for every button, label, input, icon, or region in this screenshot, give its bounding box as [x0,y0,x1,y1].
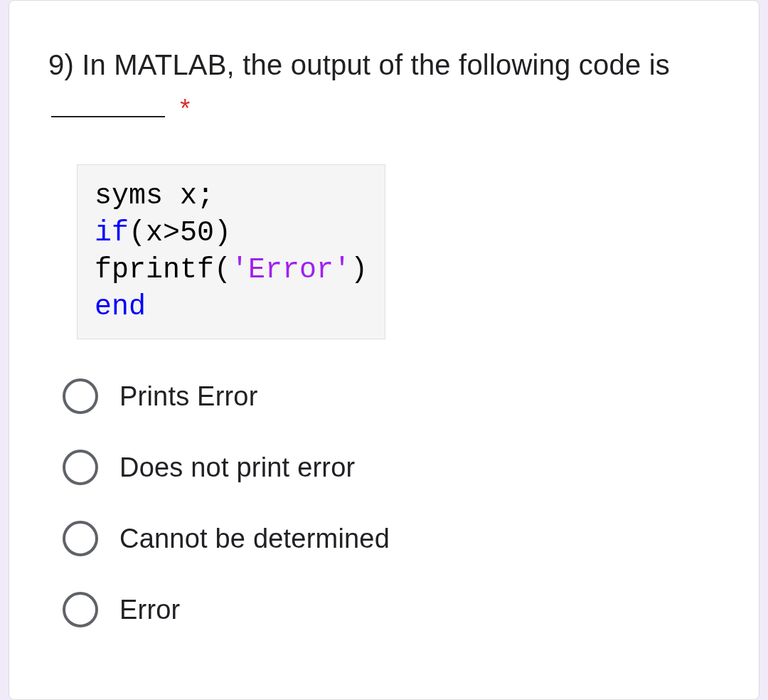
code-line-4: end [95,289,368,326]
options-list: Prints Error Does not print error Cannot… [48,378,720,627]
option-label: Does not print error [119,452,355,483]
blank-line [51,116,165,117]
radio-icon[interactable] [63,521,98,556]
question-text: 9) In MATLAB, the output of the followin… [48,43,720,129]
code-line-1: syms x; [95,178,368,215]
question-prefix: 9) In MATLAB, the output of the followin… [48,49,670,80]
radio-icon[interactable] [63,592,98,627]
code-block: syms x; if(x>50) fprintf('Error') end [77,164,385,339]
option-label: Error [119,595,180,625]
option-3[interactable]: Cannot be determined [63,521,720,556]
radio-icon[interactable] [63,378,98,414]
code-line-3: fprintf('Error') [95,252,368,289]
code-line-2: if(x>50) [95,215,368,252]
option-1[interactable]: Prints Error [63,378,720,414]
option-label: Prints Error [119,381,258,412]
radio-icon[interactable] [63,450,98,485]
option-label: Cannot be determined [119,524,390,554]
question-card: 9) In MATLAB, the output of the followin… [9,0,759,700]
option-4[interactable]: Error [63,592,720,627]
option-2[interactable]: Does not print error [63,450,720,485]
required-marker: * [180,94,190,123]
